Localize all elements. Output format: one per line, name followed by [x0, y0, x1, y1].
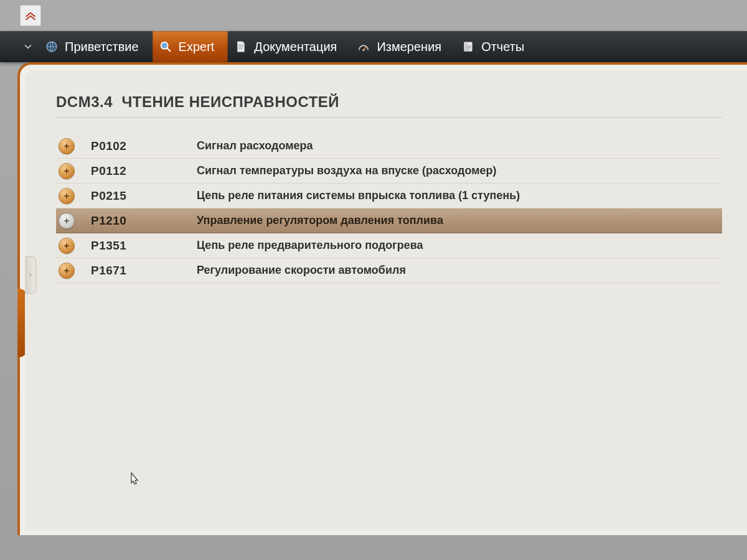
- globe-icon: [45, 40, 59, 54]
- tab-label: Отчеты: [481, 40, 524, 54]
- fault-row[interactable]: P0112Сигнал температуры воздуха на впуск…: [56, 159, 722, 184]
- plus-icon: [63, 267, 70, 274]
- fault-code: P1671: [91, 264, 197, 278]
- tab-expert[interactable]: Expert: [153, 31, 228, 62]
- side-expand-handle[interactable]: [25, 256, 36, 294]
- fault-row[interactable]: P1671Регулирование скорости автомобиля: [56, 258, 722, 283]
- expand-button[interactable]: [59, 238, 75, 254]
- workspace-inner: DCM3.4 ЧТЕНИЕ НЕИСПРАВНОСТЕЙ P0102Сигнал…: [25, 70, 747, 530]
- fault-code: P0102: [91, 139, 197, 153]
- fault-row[interactable]: P0215Цепь реле питания системы впрыска т…: [56, 184, 722, 208]
- plus-icon: [63, 192, 70, 200]
- doc-icon: [234, 40, 248, 54]
- plus-icon: [63, 142, 70, 150]
- magnifier-icon: [159, 40, 172, 54]
- tab-label: Измерения: [377, 40, 441, 54]
- fault-code: P1210: [91, 214, 197, 228]
- plus-icon: [63, 167, 70, 175]
- expand-button[interactable]: [59, 138, 75, 154]
- desktop: Приветствие Expert Документация Измерени…: [0, 0, 747, 560]
- plus-icon: [63, 217, 70, 225]
- top-nav: Приветствие Expert Документация Измерени…: [0, 31, 747, 62]
- fault-description: Сигнал расходомера: [197, 139, 710, 152]
- tab-measure[interactable]: Измерения: [350, 31, 455, 62]
- fault-description: Регулирование скорости автомобиля: [197, 264, 710, 277]
- sheet-icon: [461, 40, 475, 54]
- ecu-name: DCM3.4: [56, 93, 113, 110]
- expand-button[interactable]: [59, 263, 75, 279]
- chevron-down-icon: [22, 41, 34, 52]
- expand-button[interactable]: [59, 213, 75, 229]
- fault-row[interactable]: P0102Сигнал расходомера: [56, 134, 722, 159]
- fault-row[interactable]: P1210Управление регулятором давления топ…: [56, 208, 722, 233]
- tab-label: Документация: [254, 40, 337, 54]
- fault-row[interactable]: P1351Цепь реле предварительного подогрев…: [56, 233, 722, 258]
- expand-button[interactable]: [59, 188, 75, 204]
- expand-button[interactable]: [59, 163, 75, 179]
- chevron-right-icon: [27, 271, 34, 279]
- svg-point-2: [363, 49, 365, 51]
- gauge-icon: [357, 40, 370, 54]
- tab-docs[interactable]: Документация: [228, 31, 350, 62]
- brand-logo: [20, 5, 41, 26]
- fault-description: Управление регулятором давления топлива: [197, 214, 710, 227]
- tab-label: Expert: [179, 40, 215, 54]
- tab-label: Приветствие: [65, 40, 139, 54]
- fault-code: P0215: [91, 189, 197, 203]
- page-title-suffix: ЧТЕНИЕ НЕИСПРАВНОСТЕЙ: [121, 93, 339, 110]
- fault-description: Сигнал температуры воздуха на впуске (ра…: [197, 164, 710, 177]
- chevron-double-icon: [24, 9, 37, 22]
- fault-description: Цепь реле предварительного подогрева: [197, 239, 710, 252]
- title-divider: [56, 117, 722, 118]
- fault-code: P1351: [91, 239, 197, 253]
- fault-list: P0102Сигнал расходомераP0112Сигнал темпе…: [56, 134, 722, 283]
- nav-prev-button[interactable]: [17, 31, 39, 62]
- page-title: DCM3.4 ЧТЕНИЕ НЕИСПРАВНОСТЕЙ: [56, 93, 722, 111]
- fault-description: Цепь реле питания системы впрыска топлив…: [197, 189, 710, 202]
- fault-code: P0112: [91, 164, 197, 178]
- plus-icon: [63, 242, 70, 250]
- tab-reports[interactable]: Отчеты: [455, 31, 538, 62]
- workspace: DCM3.4 ЧТЕНИЕ НЕИСПРАВНОСТЕЙ P0102Сигнал…: [17, 62, 747, 535]
- tab-welcome[interactable]: Приветствие: [39, 31, 153, 62]
